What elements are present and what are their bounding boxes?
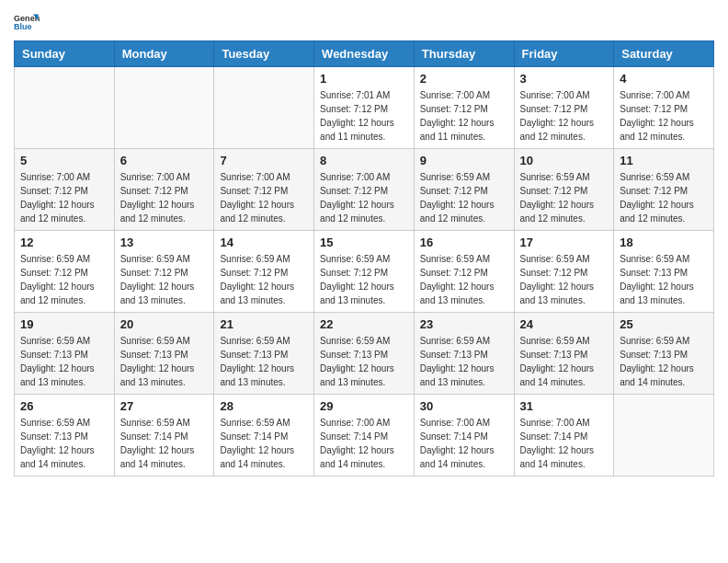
day-number: 23 <box>420 317 508 331</box>
day-info: Sunrise: 6:59 AM Sunset: 7:13 PM Dayligh… <box>220 334 308 389</box>
calendar-day-cell: 20Sunrise: 6:59 AM Sunset: 7:13 PM Dayli… <box>114 313 214 395</box>
day-info: Sunrise: 7:00 AM Sunset: 7:14 PM Dayligh… <box>520 416 609 471</box>
calendar-day-cell: 15Sunrise: 6:59 AM Sunset: 7:12 PM Dayli… <box>314 231 415 313</box>
calendar-week-row: 12Sunrise: 6:59 AM Sunset: 7:12 PM Dayli… <box>15 231 714 313</box>
calendar-day-cell: 24Sunrise: 6:59 AM Sunset: 7:13 PM Dayli… <box>514 313 614 395</box>
day-info: Sunrise: 6:59 AM Sunset: 7:13 PM Dayligh… <box>20 416 108 471</box>
calendar-day-cell: 14Sunrise: 6:59 AM Sunset: 7:12 PM Dayli… <box>214 231 314 313</box>
day-number: 12 <box>20 236 108 249</box>
calendar-day-cell <box>114 67 214 149</box>
day-number: 17 <box>520 236 609 249</box>
day-number: 25 <box>620 317 708 331</box>
day-info: Sunrise: 6:59 AM Sunset: 7:12 PM Dayligh… <box>320 252 408 307</box>
weekday-header-cell: Friday <box>514 41 614 67</box>
header: General Blue <box>14 9 714 35</box>
calendar-day-cell: 16Sunrise: 6:59 AM Sunset: 7:12 PM Dayli… <box>414 231 514 313</box>
weekday-header-cell: Sunday <box>15 41 115 67</box>
day-info: Sunrise: 6:59 AM Sunset: 7:12 PM Dayligh… <box>520 170 609 225</box>
day-number: 21 <box>220 317 308 331</box>
day-number: 2 <box>420 72 508 86</box>
day-number: 31 <box>520 399 609 413</box>
calendar-day-cell: 18Sunrise: 6:59 AM Sunset: 7:13 PM Dayli… <box>614 231 714 313</box>
calendar-day-cell: 31Sunrise: 7:00 AM Sunset: 7:14 PM Dayli… <box>514 395 614 477</box>
logo: General Blue <box>14 9 43 35</box>
day-info: Sunrise: 7:00 AM Sunset: 7:12 PM Dayligh… <box>520 88 609 144</box>
day-number: 16 <box>420 236 508 249</box>
calendar-day-cell: 29Sunrise: 7:00 AM Sunset: 7:14 PM Dayli… <box>314 395 415 477</box>
calendar-day-cell: 5Sunrise: 7:00 AM Sunset: 7:12 PM Daylig… <box>15 149 115 231</box>
logo-icon: General Blue <box>14 9 40 35</box>
calendar-day-cell: 2Sunrise: 7:00 AM Sunset: 7:12 PM Daylig… <box>414 67 514 149</box>
day-number: 14 <box>220 236 308 249</box>
day-number: 27 <box>120 399 209 413</box>
calendar-day-cell: 25Sunrise: 6:59 AM Sunset: 7:13 PM Dayli… <box>614 313 714 395</box>
day-number: 1 <box>320 72 408 86</box>
day-info: Sunrise: 7:00 AM Sunset: 7:12 PM Dayligh… <box>220 170 308 225</box>
weekday-header-cell: Wednesday <box>314 41 415 67</box>
day-number: 28 <box>220 399 308 413</box>
calendar-day-cell: 19Sunrise: 6:59 AM Sunset: 7:13 PM Dayli… <box>15 313 115 395</box>
day-number: 9 <box>420 154 508 167</box>
calendar-day-cell: 4Sunrise: 7:00 AM Sunset: 7:12 PM Daylig… <box>614 67 714 149</box>
day-number: 6 <box>120 154 209 167</box>
day-info: Sunrise: 6:59 AM Sunset: 7:12 PM Dayligh… <box>520 252 609 307</box>
weekday-header-cell: Saturday <box>614 41 714 67</box>
day-info: Sunrise: 7:00 AM Sunset: 7:12 PM Dayligh… <box>20 170 108 225</box>
calendar-day-cell: 12Sunrise: 6:59 AM Sunset: 7:12 PM Dayli… <box>15 231 115 313</box>
day-info: Sunrise: 6:59 AM Sunset: 7:12 PM Dayligh… <box>420 252 508 307</box>
calendar-week-row: 26Sunrise: 6:59 AM Sunset: 7:13 PM Dayli… <box>15 395 714 477</box>
day-info: Sunrise: 6:59 AM Sunset: 7:13 PM Dayligh… <box>520 334 609 389</box>
calendar-day-cell <box>214 67 314 149</box>
calendar: SundayMondayTuesdayWednesdayThursdayFrid… <box>14 40 714 477</box>
calendar-day-cell: 22Sunrise: 6:59 AM Sunset: 7:13 PM Dayli… <box>314 313 415 395</box>
day-number: 15 <box>320 236 408 249</box>
day-number: 4 <box>620 72 708 86</box>
calendar-day-cell <box>614 395 714 477</box>
day-number: 8 <box>320 154 408 167</box>
day-info: Sunrise: 7:00 AM Sunset: 7:12 PM Dayligh… <box>420 88 508 144</box>
svg-text:Blue: Blue <box>14 22 32 31</box>
day-info: Sunrise: 6:59 AM Sunset: 7:12 PM Dayligh… <box>420 170 508 225</box>
calendar-day-cell: 10Sunrise: 6:59 AM Sunset: 7:12 PM Dayli… <box>514 149 614 231</box>
calendar-body: 1Sunrise: 7:01 AM Sunset: 7:12 PM Daylig… <box>15 67 714 477</box>
day-number: 22 <box>320 317 408 331</box>
day-number: 20 <box>120 317 209 331</box>
day-number: 18 <box>620 236 708 249</box>
day-number: 5 <box>20 154 108 167</box>
day-info: Sunrise: 6:59 AM Sunset: 7:13 PM Dayligh… <box>20 334 108 389</box>
calendar-day-cell: 21Sunrise: 6:59 AM Sunset: 7:13 PM Dayli… <box>214 313 314 395</box>
calendar-day-cell: 6Sunrise: 7:00 AM Sunset: 7:12 PM Daylig… <box>114 149 214 231</box>
day-info: Sunrise: 6:59 AM Sunset: 7:12 PM Dayligh… <box>620 170 708 225</box>
calendar-day-cell <box>15 67 115 149</box>
weekday-header-row: SundayMondayTuesdayWednesdayThursdayFrid… <box>15 41 714 67</box>
day-info: Sunrise: 7:01 AM Sunset: 7:12 PM Dayligh… <box>320 88 408 144</box>
day-info: Sunrise: 7:00 AM Sunset: 7:12 PM Dayligh… <box>620 88 708 144</box>
calendar-day-cell: 28Sunrise: 6:59 AM Sunset: 7:14 PM Dayli… <box>214 395 314 477</box>
day-info: Sunrise: 6:59 AM Sunset: 7:13 PM Dayligh… <box>120 334 209 389</box>
day-info: Sunrise: 6:59 AM Sunset: 7:13 PM Dayligh… <box>320 334 408 389</box>
calendar-day-cell: 26Sunrise: 6:59 AM Sunset: 7:13 PM Dayli… <box>15 395 115 477</box>
calendar-day-cell: 8Sunrise: 7:00 AM Sunset: 7:12 PM Daylig… <box>314 149 415 231</box>
day-info: Sunrise: 7:00 AM Sunset: 7:14 PM Dayligh… <box>420 416 508 471</box>
day-info: Sunrise: 6:59 AM Sunset: 7:14 PM Dayligh… <box>220 416 308 471</box>
calendar-day-cell: 27Sunrise: 6:59 AM Sunset: 7:14 PM Dayli… <box>114 395 214 477</box>
calendar-week-row: 19Sunrise: 6:59 AM Sunset: 7:13 PM Dayli… <box>15 313 714 395</box>
calendar-day-cell: 23Sunrise: 6:59 AM Sunset: 7:13 PM Dayli… <box>414 313 514 395</box>
calendar-day-cell: 17Sunrise: 6:59 AM Sunset: 7:12 PM Dayli… <box>514 231 614 313</box>
calendar-day-cell: 9Sunrise: 6:59 AM Sunset: 7:12 PM Daylig… <box>414 149 514 231</box>
day-info: Sunrise: 7:00 AM Sunset: 7:14 PM Dayligh… <box>320 416 408 471</box>
calendar-week-row: 1Sunrise: 7:01 AM Sunset: 7:12 PM Daylig… <box>15 67 714 149</box>
day-info: Sunrise: 7:00 AM Sunset: 7:12 PM Dayligh… <box>120 170 209 225</box>
calendar-day-cell: 30Sunrise: 7:00 AM Sunset: 7:14 PM Dayli… <box>414 395 514 477</box>
day-number: 19 <box>20 317 108 331</box>
day-number: 24 <box>520 317 609 331</box>
day-number: 29 <box>320 399 408 413</box>
weekday-header-cell: Tuesday <box>214 41 314 67</box>
day-number: 10 <box>520 154 609 167</box>
day-number: 11 <box>620 154 708 167</box>
day-number: 26 <box>20 399 108 413</box>
day-number: 13 <box>120 236 209 249</box>
weekday-header-cell: Thursday <box>414 41 514 67</box>
calendar-day-cell: 13Sunrise: 6:59 AM Sunset: 7:12 PM Dayli… <box>114 231 214 313</box>
day-info: Sunrise: 6:59 AM Sunset: 7:14 PM Dayligh… <box>120 416 209 471</box>
